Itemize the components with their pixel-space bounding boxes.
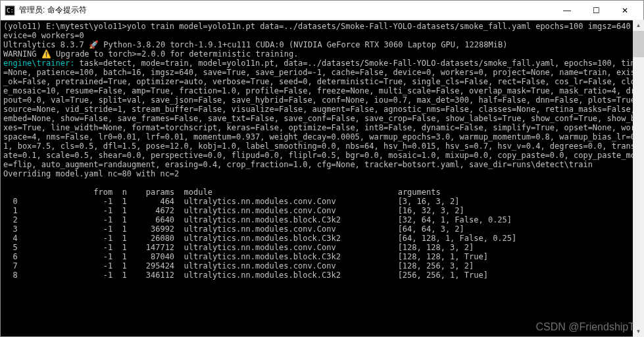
table-row: 0 -1 1 464 ultralytics.nn.modules.conv.C… bbox=[3, 197, 460, 206]
vertical-scrollbar[interactable]: ▲ ▼ bbox=[633, 20, 644, 337]
table-row: 8 -1 1 346112 ultralytics.nn.modules.blo… bbox=[3, 271, 488, 280]
engine-prefix: engine\trainer: bbox=[3, 59, 74, 68]
table-row: 2 -1 1 6640 ultralytics.nn.modules.block… bbox=[3, 215, 512, 224]
titlebar[interactable]: C: 管理员: 命令提示符 — ☐ ✕ bbox=[1, 1, 643, 20]
override-line: Overriding model.yaml nc=80 with nc=2 bbox=[3, 169, 179, 178]
version-line: Ultralytics 8.3.7 🚀 Python-3.8.20 torch-… bbox=[3, 40, 507, 49]
minimize-button[interactable]: — bbox=[553, 1, 582, 20]
scroll-thumb[interactable] bbox=[633, 31, 644, 57]
scroll-down-button[interactable]: ▼ bbox=[633, 326, 644, 337]
cmd-window: C: 管理员: 命令提示符 — ☐ ✕ (yolo11) E:\mytest\y… bbox=[0, 0, 644, 337]
terminal-content: (yolo11) E:\mytest\yolo11>yolo train mod… bbox=[3, 22, 641, 280]
table-row: 6 -1 1 87040 ultralytics.nn.modules.bloc… bbox=[3, 252, 488, 261]
window-controls: — ☐ ✕ bbox=[553, 1, 639, 20]
maximize-button[interactable]: ☐ bbox=[582, 1, 610, 20]
table-row: 4 -1 1 26080 ultralytics.nn.modules.bloc… bbox=[3, 234, 516, 243]
window-title: 管理员: 命令提示符 bbox=[19, 5, 553, 16]
svg-text:C:: C: bbox=[7, 7, 14, 14]
warning-line: WARNING ⚠️ Upgrade to torch>=2.0.0 for d… bbox=[3, 49, 298, 59]
close-button[interactable]: ✕ bbox=[610, 1, 639, 20]
table-row: 7 -1 1 295424 ultralytics.nn.modules.con… bbox=[3, 261, 474, 271]
table-row: 3 -1 1 36992 ultralytics.nn.modules.conv… bbox=[3, 224, 464, 234]
scroll-up-button[interactable]: ▲ bbox=[633, 20, 644, 31]
cmd-icon: C: bbox=[5, 5, 15, 16]
prompt-line: (yolo11) E:\mytest\yolo11>yolo train mod… bbox=[3, 22, 640, 40]
table-row: 5 -1 1 147712 ultralytics.nn.modules.con… bbox=[3, 243, 474, 252]
engine-body: task=detect, mode=train, model=yolo11n.p… bbox=[3, 59, 643, 169]
table-header: from n params module arguments bbox=[3, 188, 441, 197]
terminal-area[interactable]: (yolo11) E:\mytest\yolo11>yolo train mod… bbox=[1, 20, 643, 336]
table-row: 1 -1 1 4672 ultralytics.nn.modules.conv.… bbox=[3, 206, 464, 215]
